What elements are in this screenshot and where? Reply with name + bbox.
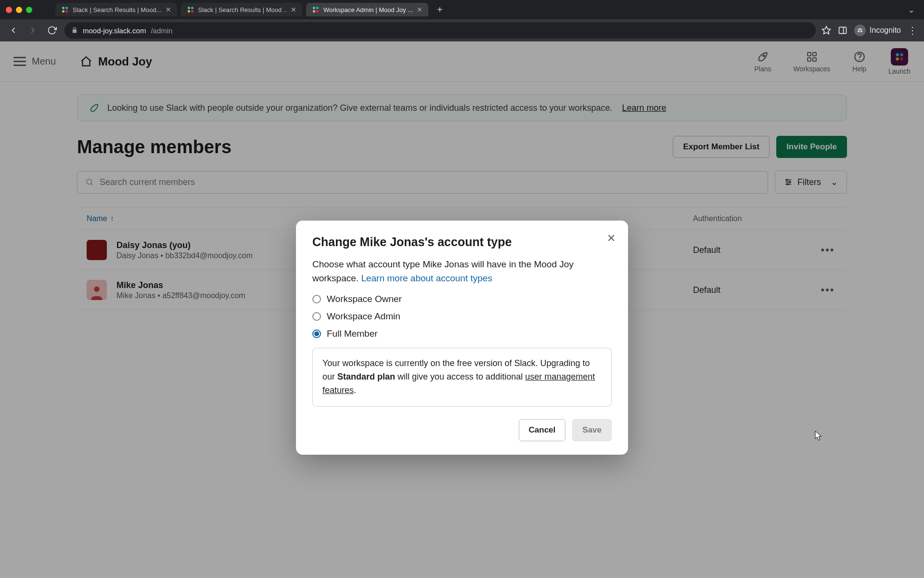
info-text-c: . — [354, 385, 356, 395]
address-bar[interactable]: mood-joy.slack.com/admin — [64, 22, 816, 39]
radio-icon — [312, 312, 321, 321]
panel-icon[interactable] — [838, 26, 847, 35]
forward-button[interactable] — [26, 24, 39, 37]
svg-rect-3 — [65, 10, 68, 13]
browser-tab-active[interactable]: Workspace Admin | Mood Joy ... ✕ — [306, 3, 428, 16]
new-tab-button[interactable]: + — [432, 4, 448, 15]
close-window-button[interactable] — [6, 7, 12, 13]
radio-icon — [312, 295, 321, 303]
slack-favicon-icon — [312, 6, 320, 13]
address-bar-row: mood-joy.slack.com/admin Incognito ⋮ — [0, 19, 924, 41]
svg-rect-0 — [62, 7, 64, 9]
close-tab-icon[interactable]: ✕ — [291, 6, 296, 13]
radio-icon — [312, 329, 321, 338]
svg-marker-12 — [822, 26, 831, 34]
svg-rect-6 — [188, 10, 190, 13]
learn-more-account-types-link[interactable]: Learn more about account types — [361, 273, 492, 283]
modal-description: Choose what account type Mike Jonas will… — [312, 258, 612, 285]
account-type-radio-group: Workspace Owner Workspace Admin Full Mem… — [312, 294, 612, 339]
slack-favicon-icon — [61, 6, 69, 13]
toolbar-right: Incognito ⋮ — [821, 25, 917, 36]
tab-title: Slack | Search Results | Mood... — [73, 6, 162, 13]
url-host: mood-joy.slack.com — [83, 26, 146, 35]
svg-rect-4 — [188, 7, 190, 9]
minimize-window-button[interactable] — [16, 7, 22, 13]
kebab-menu-icon[interactable]: ⋮ — [908, 25, 917, 36]
modal-title: Change Mike Jonas's account type — [312, 235, 612, 249]
radio-label: Workspace Admin — [327, 311, 400, 322]
svg-rect-5 — [191, 7, 193, 9]
bookmark-icon[interactable] — [821, 26, 831, 35]
incognito-icon — [854, 25, 866, 36]
browser-tab[interactable]: Slack | Search Results | Mood... ✕ — [55, 3, 177, 16]
back-button[interactable] — [7, 24, 20, 37]
window-controls — [6, 7, 32, 13]
tab-overflow-icon[interactable]: ⌄ — [908, 5, 918, 14]
svg-rect-11 — [316, 10, 319, 13]
close-icon[interactable]: ✕ — [607, 232, 616, 245]
modal-actions: Cancel Save — [312, 419, 612, 441]
radio-workspace-admin[interactable]: Workspace Admin — [312, 311, 612, 322]
svg-rect-1 — [65, 7, 68, 9]
page-viewport: Menu Mood Joy Plans Workspaces — [0, 41, 924, 578]
radio-label: Full Member — [327, 328, 378, 339]
lock-icon — [71, 27, 78, 34]
svg-rect-7 — [191, 10, 193, 13]
maximize-window-button[interactable] — [26, 7, 32, 13]
radio-workspace-owner[interactable]: Workspace Owner — [312, 294, 612, 304]
radio-full-member[interactable]: Full Member — [312, 328, 612, 339]
svg-rect-13 — [839, 27, 847, 33]
incognito-badge[interactable]: Incognito — [854, 25, 901, 36]
save-button[interactable]: Save — [572, 419, 612, 441]
tab-title: Workspace Admin | Mood Joy ... — [323, 6, 413, 13]
incognito-label: Incognito — [870, 26, 901, 35]
svg-rect-9 — [316, 7, 319, 9]
svg-rect-2 — [62, 10, 64, 13]
slack-favicon-icon — [187, 6, 194, 13]
cancel-button[interactable]: Cancel — [519, 419, 566, 441]
info-bold: Standard plan — [337, 372, 395, 381]
upgrade-info-box: Your workspace is currently on the free … — [312, 348, 612, 407]
radio-label: Workspace Owner — [327, 294, 402, 304]
browser-tab[interactable]: Slack | Search Results | Mood .. ✕ — [181, 3, 303, 16]
close-tab-icon[interactable]: ✕ — [166, 6, 171, 13]
svg-point-16 — [860, 30, 862, 32]
info-text-b: will give you access to additional — [395, 372, 525, 381]
tab-strip: Slack | Search Results | Mood... ✕ Slack… — [0, 0, 924, 19]
url-path: /admin — [151, 26, 172, 35]
tab-title: Slack | Search Results | Mood .. — [198, 6, 287, 13]
reload-button[interactable] — [45, 24, 59, 37]
close-tab-icon[interactable]: ✕ — [417, 6, 423, 13]
svg-rect-8 — [313, 7, 315, 9]
svg-point-15 — [858, 30, 860, 32]
browser-chrome: Slack | Search Results | Mood... ✕ Slack… — [0, 0, 924, 41]
change-account-type-modal: Change Mike Jonas's account type ✕ Choos… — [296, 221, 628, 455]
svg-rect-10 — [313, 10, 315, 13]
